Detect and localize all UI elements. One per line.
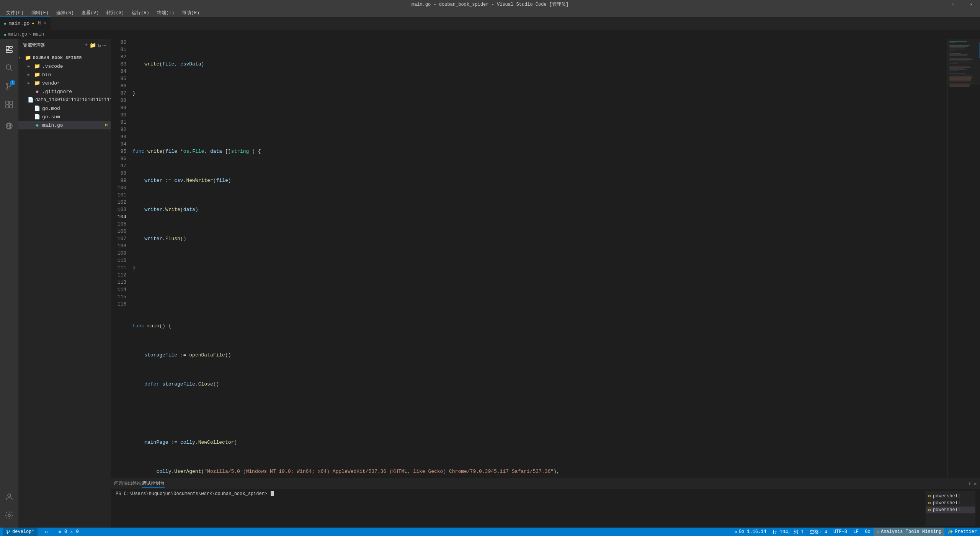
panel-tab-output[interactable]: 输出 xyxy=(123,480,132,487)
tab-modified-dot: ● xyxy=(32,21,34,26)
terminal-prompt: PS C:\Users\huguojun\Documents\work\doub… xyxy=(116,491,926,497)
terminal-tab-1[interactable]: ⊞ powershell xyxy=(926,493,975,500)
menu-help[interactable]: 帮助(H) xyxy=(179,9,203,17)
sidebar-item-bin[interactable]: ▶ 📁 bin xyxy=(18,70,111,79)
svg-rect-0 xyxy=(6,46,9,50)
settings-icon[interactable] xyxy=(0,506,18,525)
breadcrumb-file-icon: ◆ xyxy=(4,32,7,37)
go-version-item[interactable]: ⚙ Go 1.16.14 xyxy=(732,528,769,536)
panel-tabs: 问题 输出 终端 调试控制台 ⬆ ✕ xyxy=(111,478,980,490)
breadcrumb-symbol[interactable]: main xyxy=(33,32,44,37)
terminal-icon: ⊞ xyxy=(928,494,931,498)
collapse-icon[interactable]: ⋯ xyxy=(103,42,106,49)
minimap-viewport[interactable] xyxy=(948,39,980,85)
line-ending-item[interactable]: LF xyxy=(850,528,862,536)
tree-item-label: vendor xyxy=(42,80,60,86)
sidebar-actions: + 📁 ↻ ⋯ xyxy=(85,42,106,49)
sidebar-item-gosum[interactable]: 📄 go.sum xyxy=(18,113,111,121)
line-col-item[interactable]: 行 104, 列 1 xyxy=(769,528,807,536)
source-control-icon[interactable]: 1 xyxy=(0,77,18,95)
analysis-tools-icon: ⚠ xyxy=(877,529,879,535)
prettier-icon: ✨ xyxy=(947,529,953,535)
tab-bar: ◆ main.go ● M × xyxy=(0,17,980,30)
search-icon[interactable] xyxy=(0,59,18,77)
tab-close-button[interactable]: × xyxy=(43,20,46,26)
extensions-icon[interactable] xyxy=(0,95,18,114)
terminal-tab-3[interactable]: ⊞ powershell xyxy=(926,507,975,513)
new-folder-icon[interactable]: 📁 xyxy=(90,42,96,49)
tree-item-label: go.sum xyxy=(42,114,60,120)
tree-item-label: go.mod xyxy=(42,106,60,111)
code-line-87: } xyxy=(132,264,947,271)
sidebar-item-vendor[interactable]: ▶ 📁 vendor xyxy=(18,79,111,87)
sidebar-item-gomod[interactable]: 📄 go.mod xyxy=(18,104,111,113)
panel-tab-terminal[interactable]: 终端 xyxy=(132,480,142,487)
minimize-button[interactable]: ─ xyxy=(927,0,945,8)
tab-main-go[interactable]: ◆ main.go ● M × xyxy=(0,16,51,30)
menu-goto[interactable]: 转到(G) xyxy=(103,9,127,17)
panel-toolbar: ⬆ ✕ xyxy=(968,480,977,487)
modified-indicator: M xyxy=(105,123,111,127)
terminal-icon: ⊞ xyxy=(928,508,931,512)
minimap-content xyxy=(948,39,980,90)
branch-name: develop* xyxy=(12,529,34,534)
panel-tab-debug[interactable]: 调试控制台 xyxy=(142,480,165,488)
maximize-button[interactable]: □ xyxy=(945,0,962,8)
errors-warnings[interactable]: ⊗ 0 ⚠ 0 xyxy=(56,528,82,536)
refresh-icon[interactable]: ↻ xyxy=(98,42,101,49)
prettier-item[interactable]: ✨ Prettier xyxy=(944,528,980,536)
tab-close-icon[interactable]: M xyxy=(38,21,41,26)
terminal-tab-2[interactable]: ⊞ powershell xyxy=(926,500,975,507)
breadcrumb-sep: › xyxy=(29,32,31,37)
breadcrumb-file[interactable]: main.go xyxy=(8,32,27,37)
language-item[interactable]: Go xyxy=(862,528,873,536)
sidebar-header: 资源管理器 + 📁 ↻ ⋯ xyxy=(18,39,111,52)
maingo-icon: ◆ xyxy=(34,122,41,128)
encoding-item[interactable]: UTF-8 xyxy=(830,528,850,536)
sync-indicator[interactable]: ↻ xyxy=(42,528,51,536)
sidebar-project-root[interactable]: ▾ 📁 DOUBAN_BOOK_SPIDER xyxy=(18,54,111,62)
terminal-tabs-list: ⊞ powershell ⊞ powershell ⊞ powershell xyxy=(926,491,975,526)
sidebar-item-vscode[interactable]: ▶ 📁 .vscode xyxy=(18,62,111,70)
go-version-text: ⚙ xyxy=(735,529,737,534)
git-branch-indicator[interactable]: develop* xyxy=(3,528,38,536)
panel-tab-problems[interactable]: 问题 xyxy=(114,480,123,487)
encoding-text: UTF-8 xyxy=(833,529,847,534)
menu-select[interactable]: 选择(S) xyxy=(53,9,77,17)
new-file-icon[interactable]: + xyxy=(85,42,88,49)
remote-explorer-icon[interactable] xyxy=(0,117,18,135)
spaces-item[interactable]: 空格: 4 xyxy=(807,528,830,536)
menu-file[interactable]: 文件(F) xyxy=(3,9,27,17)
svg-line-4 xyxy=(10,69,12,71)
close-button[interactable]: ✕ xyxy=(962,0,980,8)
gomod-icon: 📄 xyxy=(34,105,41,111)
folder-icon: 📁 xyxy=(34,63,41,69)
warning-icon: ⚠ xyxy=(70,529,73,535)
panel-close-icon[interactable]: ✕ xyxy=(974,480,977,487)
svg-point-18 xyxy=(8,514,10,516)
error-count: 0 xyxy=(64,529,67,534)
svg-rect-12 xyxy=(10,105,13,108)
code-content[interactable]: write(file, csvData) } func write(file *… xyxy=(129,39,947,478)
menu-view[interactable]: 查看(V) xyxy=(78,9,102,17)
spaces-text: 空格: 4 xyxy=(810,529,827,535)
menu-terminal[interactable]: 终端(T) xyxy=(154,9,178,17)
status-bar: develop* ↻ ⊗ 0 ⚠ 0 ⚙ Go 1.16.14 行 104, 列… xyxy=(0,528,980,536)
sidebar-item-maingo[interactable]: ◆ main.go M xyxy=(18,121,111,129)
menu-edit[interactable]: 编辑(E) xyxy=(28,9,52,17)
menu-run[interactable]: 运行(R) xyxy=(129,9,152,17)
sidebar-item-csv[interactable]: 📄 data_11001001110110101101111001111.csv xyxy=(18,96,111,104)
panel-maximize-icon[interactable]: ⬆ xyxy=(968,480,971,487)
explorer-icon[interactable] xyxy=(0,40,18,59)
svg-rect-10 xyxy=(10,101,13,104)
panel-tabs-row: 问题 输出 终端 调试控制台 ⬆ ✕ xyxy=(114,480,977,488)
minimap xyxy=(947,39,980,478)
code-editor[interactable]: 80 81 82 83 84 85 86 87 88 89 90 91 92 9… xyxy=(111,39,980,478)
gitignore-icon: ◆ xyxy=(34,88,41,95)
sidebar-item-gitignore[interactable]: ◆ .gitignore xyxy=(18,87,111,96)
analysis-tools-item[interactable]: ⚠ Analysis Tools Missing xyxy=(874,528,945,536)
terminal-content-area[interactable]: PS C:\Users\huguojun\Documents\work\doub… xyxy=(116,491,926,526)
svg-point-6 xyxy=(7,88,8,89)
tree-item-label: bin xyxy=(42,72,51,78)
account-icon[interactable] xyxy=(0,488,18,506)
